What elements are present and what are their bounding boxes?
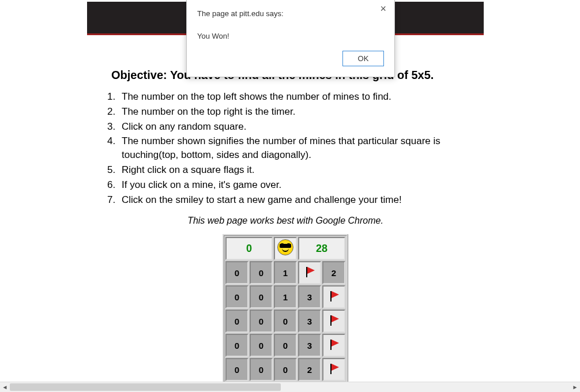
board-row: 0013 [225, 285, 345, 308]
cell-number[interactable]: 0 [225, 358, 248, 381]
mines-counter: 0 [225, 237, 273, 260]
cell-number[interactable]: 0 [274, 358, 297, 381]
scroll-left-arrow-icon[interactable]: ◄ [0, 382, 10, 392]
board-header-row: 0 28 [225, 237, 345, 260]
cell-number[interactable]: 0 [225, 334, 248, 357]
instruction-item: The number on the top right is the timer… [118, 105, 487, 119]
scroll-right-arrow-icon[interactable]: ► [570, 382, 580, 392]
dialog-message: You Won! [197, 32, 384, 40]
cell-number[interactable]: 3 [298, 285, 321, 308]
cell-number[interactable]: 0 [250, 261, 273, 284]
cell-number[interactable]: 0 [250, 358, 273, 381]
instruction-item: Right click on a square flags it. [118, 163, 487, 177]
flag-icon [328, 314, 340, 327]
cell-number[interactable]: 0 [225, 285, 248, 308]
board-row: 0003 [225, 310, 345, 333]
dialog-origin-text: The page at pitt.edu says: [197, 9, 384, 18]
horizontal-scrollbar[interactable]: ◄ ► [0, 382, 580, 392]
board-row: 0002 [225, 358, 345, 381]
flag-icon [328, 363, 340, 375]
instruction-item: The number shown signifies the number of… [118, 134, 487, 162]
board-row: 0003 [225, 334, 345, 357]
cell-number[interactable]: 0 [250, 310, 273, 333]
close-button[interactable]: × [376, 2, 390, 15]
main-content: Objective: You have to find all the mine… [84, 35, 487, 382]
smiley-cool-icon [277, 239, 293, 255]
instruction-item: Click on any random square. [118, 120, 487, 134]
cell-flag[interactable] [322, 358, 345, 381]
cell-number[interactable]: 0 [250, 285, 273, 308]
instruction-item: The number on the top left shows the num… [118, 90, 487, 104]
minesweeper-board: 0 28 00120013000300030002 [223, 234, 348, 382]
cell-number[interactable]: 1 [274, 261, 297, 284]
alert-dialog: × The page at pitt.edu says: You Won! OK [186, 0, 395, 77]
flag-icon [328, 290, 340, 303]
cell-flag[interactable] [298, 261, 321, 284]
instruction-item: If you click on a mine, it's game over. [118, 178, 487, 192]
cell-number[interactable]: 0 [225, 261, 248, 284]
cell-flag[interactable] [322, 334, 345, 357]
cell-number[interactable]: 2 [322, 261, 345, 284]
cell-number[interactable]: 0 [250, 334, 273, 357]
browser-note: This web page works best with Google Chr… [84, 216, 487, 226]
cell-number[interactable]: 0 [274, 310, 297, 333]
timer-counter: 28 [298, 237, 345, 260]
cell-number[interactable]: 3 [298, 310, 321, 333]
cell-number[interactable]: 0 [274, 334, 297, 357]
scroll-track[interactable] [10, 382, 570, 392]
flag-icon [304, 266, 315, 278]
scroll-thumb[interactable] [10, 383, 281, 391]
board-row: 0012 [225, 261, 345, 284]
instructions-list: The number on the top left shows the num… [103, 90, 487, 206]
smiley-button[interactable] [274, 237, 297, 260]
cell-flag[interactable] [322, 285, 345, 308]
cell-number[interactable]: 1 [274, 285, 297, 308]
instruction-item: Click on the smiley to start a new game … [118, 193, 487, 207]
flag-icon [328, 338, 340, 351]
cell-flag[interactable] [322, 310, 345, 333]
cell-number[interactable]: 3 [298, 334, 321, 357]
cell-number[interactable]: 2 [298, 358, 321, 381]
cell-number[interactable]: 0 [225, 310, 248, 333]
ok-button[interactable]: OK [342, 51, 384, 66]
